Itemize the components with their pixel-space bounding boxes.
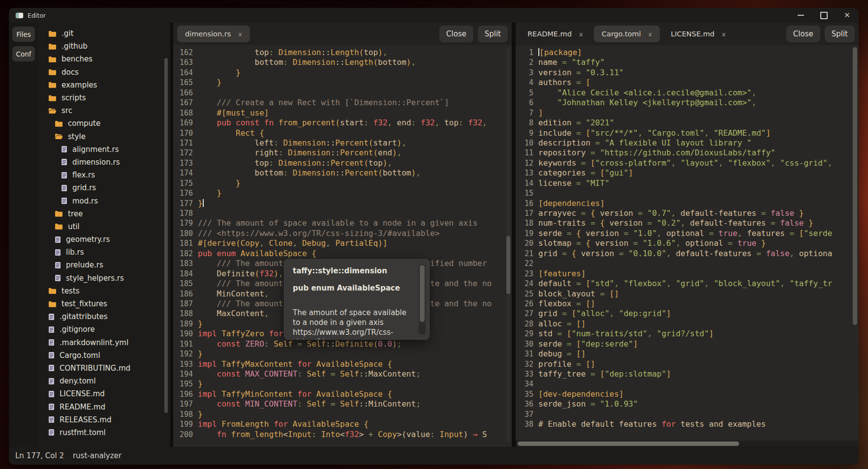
tree-item-readme-md[interactable]: README.md: [38, 400, 170, 413]
right-pane-hscroll-track[interactable]: [516, 440, 859, 447]
tree-item-style-helpers-rs[interactable]: style_helpers.rs: [38, 272, 170, 285]
split-pane-button[interactable]: Split: [825, 26, 855, 42]
code-line[interactable]: 35[dev-dependencies]: [516, 389, 859, 399]
code-line[interactable]: 16[dependencies]: [516, 199, 859, 208]
tree-item-examples[interactable]: examples: [38, 79, 170, 91]
code-line[interactable]: 30serde = ["dep:serde"]: [516, 339, 859, 349]
code-line[interactable]: 31debug = []: [516, 349, 859, 359]
right-pane-vscroll-thumb[interactable]: [853, 47, 857, 325]
tree-item-tree[interactable]: tree: [38, 207, 170, 220]
titlebar[interactable]: Editor ✕: [9, 8, 859, 23]
code-editor-dimension-rs[interactable]: 162 top: Dimension::Length(top),163 bott…: [173, 45, 512, 447]
code-line[interactable]: 10description = "A flexible UI layout li…: [516, 138, 859, 148]
code-line[interactable]: 176 }: [173, 188, 512, 198]
tab-dimension-rs[interactable]: dimension.rsx: [177, 26, 250, 42]
tab-cargo-toml[interactable]: Cargo.tomlx: [594, 26, 660, 42]
right-pane-hscroll-thumb[interactable]: [518, 441, 739, 446]
code-line[interactable]: 3version = "0.3.11": [516, 68, 859, 78]
code-line[interactable]: 198}: [173, 410, 512, 419]
code-line[interactable]: 13categories = ["gui"]: [516, 168, 859, 178]
tree-item-rustfmt-toml[interactable]: rustfmt.toml: [38, 426, 170, 439]
code-line[interactable]: 1[package]: [516, 48, 859, 58]
code-line[interactable]: 7]: [516, 108, 859, 118]
code-line[interactable]: 195}: [173, 379, 512, 389]
code-line[interactable]: 19serde = { version = "1.0", optional = …: [516, 229, 859, 238]
tab-close-icon[interactable]: x: [722, 30, 726, 38]
code-line[interactable]: 21grid = { version = "0.10.0", default-f…: [516, 249, 859, 259]
tree-item--github[interactable]: .github: [38, 40, 170, 53]
tree-item-geometry-rs[interactable]: geometry.rs: [38, 233, 170, 246]
code-line[interactable]: 169 pub const fn from_percent(start: f32…: [173, 118, 512, 128]
code-line[interactable]: 163 bottom: Dimension::Length(bottom),: [173, 58, 512, 67]
code-line[interactable]: 17arrayvec = { version = "0.7", default-…: [516, 208, 859, 218]
code-line[interactable]: 12keywords = ["cross-platform", "layout"…: [516, 158, 859, 168]
code-line[interactable]: 179/// The amount of space available to …: [173, 218, 512, 228]
tree-item-scripts[interactable]: scripts: [38, 91, 170, 104]
code-line[interactable]: 177}: [173, 199, 512, 208]
code-line[interactable]: 193impl TaffyMaxContent for AvailableSpa…: [173, 359, 512, 369]
tab-close-icon[interactable]: x: [579, 30, 583, 38]
code-line[interactable]: 191 const ZERO: Self = Self::Definite(0.…: [173, 339, 512, 349]
code-line[interactable]: 4authors = [: [516, 78, 859, 88]
code-line[interactable]: 6 "Johnathan Kelley <jkelleyrtp@gmail.co…: [516, 98, 859, 108]
hover-doc-link[interactable]: https://www.w3.org/TR/css-sizing-3/: [293, 327, 409, 340]
code-line[interactable]: 20slotmap = { version = "1.0.6", optiona…: [516, 238, 859, 248]
code-line[interactable]: 162 top: Dimension::Length(top),: [173, 48, 512, 58]
close-button[interactable]: ✕: [836, 8, 859, 23]
code-line[interactable]: 32profile = []: [516, 359, 859, 369]
code-line[interactable]: 197 const MIN_CONTENT: Self = Self::MinC…: [173, 399, 512, 409]
code-line[interactable]: 8edition = "2021": [516, 118, 859, 128]
code-line[interactable]: 167 /// Create a new Rect with [`Dimensi…: [173, 98, 512, 108]
tree-item-style[interactable]: style: [38, 130, 170, 143]
tree-item-mod-rs[interactable]: mod.rs: [38, 194, 170, 207]
code-line[interactable]: 26flexbox = []: [516, 299, 859, 309]
tree-item-deny-toml[interactable]: deny.toml: [38, 375, 170, 387]
code-line[interactable]: 192}: [173, 349, 512, 359]
tree-item-benches[interactable]: benches: [38, 53, 170, 65]
tree-item-dimension-rs[interactable]: dimension.rs: [38, 156, 170, 169]
code-line[interactable]: 168 #[must_use]: [173, 108, 512, 118]
code-line[interactable]: 25block_layout = []: [516, 289, 859, 299]
tree-item-prelude-rs[interactable]: prelude.rs: [38, 259, 170, 271]
tab-license-md[interactable]: LICENSE.mdx: [663, 26, 734, 42]
code-line[interactable]: 14license = "MIT": [516, 178, 859, 188]
code-line[interactable]: 171 left: Dimension::Percent(start),: [173, 138, 512, 148]
sidebar-files-button[interactable]: Files: [12, 27, 35, 42]
tab-close-icon[interactable]: x: [649, 30, 652, 38]
code-line[interactable]: 166: [173, 88, 512, 98]
tab-close-icon[interactable]: x: [238, 30, 242, 38]
code-line[interactable]: 28alloc = []: [516, 319, 859, 329]
code-line[interactable]: 2name = "taffy": [516, 58, 859, 67]
code-line[interactable]: 172 right: Dimension::Percent(end),: [173, 148, 512, 158]
code-line[interactable]: 18num-traits = { version = "0.2", defaul…: [516, 218, 859, 228]
tree-item-releases-md[interactable]: RELEASES.md: [38, 413, 170, 426]
code-line[interactable]: 194 const MAX_CONTENT: Self = Self::MaxC…: [173, 369, 512, 379]
code-line[interactable]: 178: [173, 208, 512, 218]
code-line[interactable]: 33taffy_tree = ["dep:slotmap"]: [516, 369, 859, 379]
code-line[interactable]: 182pub enum AvailableSpace {: [173, 249, 512, 259]
tree-item--gitattributes[interactable]: .gitattributes: [38, 310, 170, 323]
tree-item-alignment-rs[interactable]: alignment.rs: [38, 143, 170, 156]
minimize-button[interactable]: [789, 8, 812, 23]
code-line[interactable]: 200 fn from_length<Input: Into<f32> + Co…: [173, 430, 512, 440]
code-line[interactable]: 181#[derive(Copy, Clone, Debug, PartialE…: [173, 238, 512, 248]
code-line[interactable]: 27grid = ["alloc", "dep:grid"]: [516, 309, 859, 319]
tab-readme-md[interactable]: README.mdx: [520, 26, 591, 42]
code-line[interactable]: 15: [516, 188, 859, 198]
code-line[interactable]: 29std = ["num-traits/std", "grid?/std"]: [516, 329, 859, 339]
tree-item-tests[interactable]: tests: [38, 285, 170, 297]
maximize-button[interactable]: [812, 8, 836, 23]
code-line[interactable]: 38# Enable default features for tests an…: [516, 419, 859, 429]
code-line[interactable]: 180/// <https://www.w3.org/TR/css-sizing…: [173, 229, 512, 238]
code-line[interactable]: 11repository = "https://github.com/Dioxu…: [516, 148, 859, 158]
code-line[interactable]: 170 Rect {: [173, 128, 512, 138]
code-line[interactable]: 173 top: Dimension::Percent(top),: [173, 158, 512, 168]
tree-item-test-fixtures[interactable]: test_fixtures: [38, 297, 170, 310]
tree-item--gitignore[interactable]: .gitignore: [38, 323, 170, 336]
tree-item-grid-rs[interactable]: grid.rs: [38, 181, 170, 194]
tree-item-src[interactable]: src: [38, 104, 170, 117]
code-editor-cargo-toml[interactable]: 1[package]2name = "taffy"3version = "0.3…: [516, 45, 859, 447]
close-pane-button[interactable]: Close: [439, 26, 473, 42]
tree-item-util[interactable]: util: [38, 220, 170, 233]
tree-item--git[interactable]: .git: [38, 27, 170, 40]
